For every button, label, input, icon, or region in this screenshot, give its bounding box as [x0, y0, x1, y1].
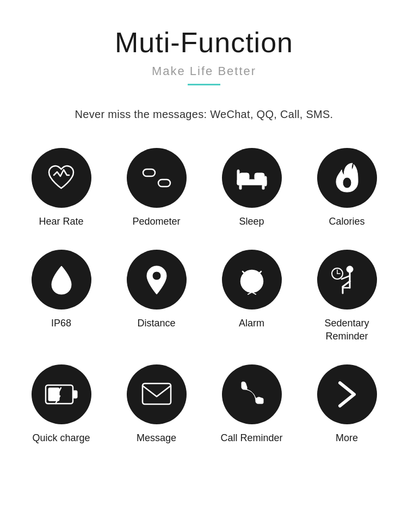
hear-rate-icon-circle	[32, 148, 91, 208]
main-title: Muti-Function	[115, 26, 293, 59]
water-icon	[50, 264, 73, 295]
phone-icon	[237, 380, 267, 409]
alarm-icon-circle	[222, 250, 282, 310]
sleep-icon	[235, 164, 269, 191]
svg-rect-0	[143, 169, 155, 176]
ip68-icon-circle	[32, 250, 91, 310]
feature-ip68: IP68	[14, 244, 109, 354]
feature-alarm: Alarm	[204, 244, 299, 354]
message-icon-circle	[127, 364, 187, 424]
quick-charge-icon-circle	[32, 364, 91, 424]
page-header: Muti-Function Make Life Better	[115, 0, 293, 85]
feature-calories: Calories	[299, 143, 394, 239]
feature-call-reminder: Call Reminder	[204, 359, 299, 455]
alarm-label: Alarm	[239, 317, 264, 330]
svg-line-24	[342, 276, 350, 279]
sedentary-icon	[331, 264, 363, 295]
quick-charge-label: Quick charge	[32, 432, 90, 444]
svg-rect-3	[239, 173, 249, 181]
svg-point-10	[152, 271, 161, 280]
svg-line-20	[343, 281, 350, 287]
features-grid: Hear Rate Pedometer	[14, 143, 394, 456]
distance-icon-circle	[127, 250, 187, 310]
calories-icon-circle	[317, 148, 377, 208]
feature-distance: Distance	[109, 244, 204, 354]
pedometer-icon-circle	[127, 148, 187, 208]
feature-hear-rate: Hear Rate	[14, 143, 109, 239]
pedometer-icon	[141, 167, 172, 189]
more-icon-circle	[317, 364, 377, 424]
chevron-right-icon	[335, 379, 360, 410]
calories-label: Calories	[329, 215, 364, 228]
call-reminder-label: Call Reminder	[220, 432, 282, 444]
feature-more: More	[299, 359, 394, 455]
svg-rect-29	[73, 391, 77, 398]
svg-rect-6	[264, 176, 267, 186]
pedometer-label: Pedometer	[132, 215, 180, 228]
battery-icon	[45, 382, 78, 407]
accent-line	[188, 84, 220, 85]
message-label: Message	[137, 432, 176, 444]
location-icon	[145, 264, 169, 295]
calories-icon	[333, 162, 361, 194]
message-icon	[140, 381, 173, 407]
feature-message: Message	[109, 359, 204, 455]
feature-sleep: Sleep	[204, 143, 299, 239]
svg-rect-5	[237, 170, 239, 185]
call-reminder-icon-circle	[222, 364, 282, 424]
distance-label: Distance	[137, 317, 175, 330]
feature-quick-charge: Quick charge	[14, 359, 109, 455]
sleep-icon-circle	[222, 148, 282, 208]
subtitle: Make Life Better	[115, 64, 293, 78]
sleep-label: Sleep	[239, 215, 264, 228]
svg-rect-4	[255, 173, 264, 181]
svg-point-9	[343, 177, 351, 188]
feature-pedometer: Pedometer	[109, 143, 204, 239]
alarm-icon	[236, 264, 268, 295]
feature-sedentary: Sedentary Reminder	[299, 244, 394, 354]
heart-icon	[46, 164, 76, 191]
sedentary-icon-circle	[317, 250, 377, 310]
sedentary-label: Sedentary Reminder	[324, 317, 369, 343]
svg-rect-1	[158, 180, 170, 187]
hear-rate-label: Hear Rate	[39, 215, 83, 228]
ip68-label: IP68	[51, 317, 71, 330]
svg-rect-7	[239, 185, 242, 189]
more-label: More	[336, 432, 358, 444]
svg-rect-8	[262, 185, 264, 189]
svg-point-18	[347, 266, 353, 273]
svg-rect-31	[143, 383, 171, 404]
description: Never miss the messages: WeChat, QQ, Cal…	[75, 108, 333, 121]
